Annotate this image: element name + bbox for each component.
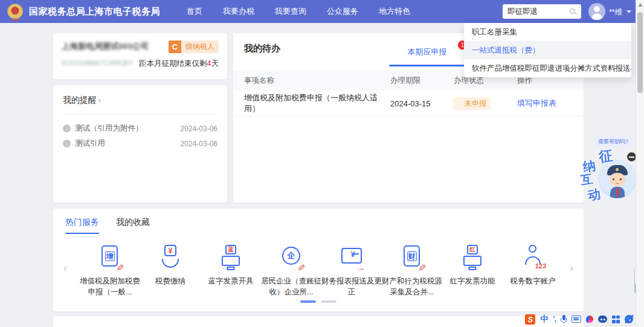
doc-pencil-icon: 财 bbox=[398, 244, 426, 271]
mascot-face bbox=[610, 173, 625, 186]
scrollbar-thumb[interactable] bbox=[637, 12, 643, 93]
service-property-behavior-tax[interactable]: 财 财产和行为税税源采集及合并... bbox=[382, 244, 442, 297]
pager-dot-active[interactable] bbox=[300, 300, 316, 303]
browser-scrollbar[interactable] bbox=[636, 0, 644, 327]
credit-grade-label: 级纳税人 bbox=[181, 42, 219, 52]
service-blue-invoice[interactable]: 蓝 蓝字发票开具 bbox=[201, 244, 261, 297]
carousel-prev-icon[interactable]: ‹ bbox=[63, 261, 68, 275]
next-section-card bbox=[53, 316, 584, 327]
suggestion-item[interactable]: 职工名册采集 bbox=[464, 23, 631, 41]
reminder-text: 测试引用 bbox=[75, 138, 105, 149]
reminder-item[interactable]: i 测试（引用为附件） 2024-03-06 bbox=[63, 121, 217, 136]
tab-my-favorites[interactable]: 我的收藏 bbox=[116, 217, 150, 234]
user-name[interactable]: **维 bbox=[609, 7, 622, 18]
icon-glyph: ¥ bbox=[164, 245, 176, 256]
divider bbox=[62, 114, 219, 115]
reminders-card: 我的提醒› i 测试（引用为附件） 2024-03-06 i 测试引用 2024… bbox=[53, 85, 227, 202]
tab-hot-services[interactable]: 热门服务 bbox=[65, 217, 99, 234]
icon-glyph: 财 bbox=[407, 251, 417, 261]
keyboard-icon[interactable] bbox=[572, 316, 581, 323]
info-icon: i bbox=[63, 140, 71, 147]
scroll-up-icon[interactable] bbox=[638, 3, 643, 7]
help-bubble[interactable]: 需要帮助吗? bbox=[595, 137, 631, 147]
reminder-date: 2024-03-06 bbox=[181, 125, 217, 133]
skin-icon[interactable] bbox=[586, 316, 593, 323]
search-icon[interactable] bbox=[569, 8, 576, 15]
info-icon: i bbox=[63, 125, 71, 132]
tab-current-period-filing[interactable]: 本期应申报 bbox=[389, 47, 465, 57]
toolbox-icon[interactable] bbox=[612, 316, 620, 323]
service-tax-payment[interactable]: ¥ 税费缴纳 bbox=[140, 244, 201, 297]
doc-pencil-icon: 增 bbox=[96, 244, 124, 271]
fill-declaration-link[interactable]: 填写申报表 bbox=[517, 98, 584, 109]
search-suggestions-dropdown: 职工名册采集 一站式退抵税（费） 软件产品增值税即征即退进项分摊方式资料报送与信… bbox=[464, 23, 631, 77]
nav-tax-handling[interactable]: 我要办税 bbox=[223, 6, 254, 17]
punctuation-icon[interactable]: ’, bbox=[553, 315, 556, 323]
deadline-days: 4 bbox=[207, 59, 211, 68]
minimize-button[interactable] bbox=[627, 152, 636, 161]
chinese-mode-icon[interactable]: 中 bbox=[540, 314, 548, 325]
reminder-text: 测试（引用为附件） bbox=[75, 123, 143, 134]
icon-glyph: 增 bbox=[105, 251, 115, 261]
reminder-item[interactable]: i 测试引用 2024-03-06 bbox=[63, 136, 217, 151]
ime-toolbar: S 中 ’, bbox=[525, 314, 633, 325]
icon-glyph: ¥ bbox=[341, 248, 362, 264]
credit-grade-badge: C 级纳税人 bbox=[169, 40, 219, 53]
company-name: 上海新电局测试003公司 bbox=[62, 41, 158, 52]
settings-gear-icon[interactable] bbox=[625, 315, 633, 323]
nav-inquiry[interactable]: 我要查询 bbox=[275, 6, 306, 17]
person-digits-icon: 123 bbox=[519, 244, 547, 271]
services-row: 增 增值税及附加税费申报（一般... ¥ 税费缴纳 蓝 蓝字发票开具 bbox=[80, 244, 557, 297]
service-vat-filing[interactable]: 增 增值税及附加税费申报（一般... bbox=[80, 244, 140, 297]
search-input[interactable] bbox=[507, 7, 565, 16]
suggestion-item-highlighted[interactable]: 一站式退抵税（费） bbox=[464, 41, 631, 59]
deadline-suffix: 天 bbox=[211, 59, 219, 68]
chat-icon[interactable] bbox=[598, 316, 607, 323]
nav-home[interactable]: 首页 bbox=[187, 6, 202, 17]
service-label: 财产和行为税税源采集及合并... bbox=[382, 276, 442, 297]
icon-glyph: 企 bbox=[282, 247, 300, 265]
suggestion-item[interactable]: 软件产品增值税即征即退进项分摊方式资料报送与信息采集 bbox=[464, 59, 631, 77]
pager-dot[interactable] bbox=[321, 300, 336, 303]
printer-icon: 蓝 bbox=[217, 244, 245, 271]
icon-glyph: 123 bbox=[535, 262, 546, 270]
microphone-icon[interactable] bbox=[561, 315, 567, 324]
credit-grade-letter: C bbox=[169, 40, 181, 53]
chevron-right-icon: › bbox=[98, 96, 101, 105]
reminders-title[interactable]: 我的提醒› bbox=[63, 95, 217, 106]
service-red-invoice[interactable]: 红 红字发票功能 bbox=[442, 244, 503, 297]
sogou-logo-icon[interactable]: S bbox=[525, 314, 535, 325]
service-label: 财务报表报送及更正 bbox=[321, 276, 382, 297]
service-label: 增值税及附加税费申报（一般... bbox=[80, 276, 140, 297]
service-label: 红字发票功能 bbox=[442, 276, 503, 287]
service-label: 税费缴纳 bbox=[140, 276, 201, 287]
reminders-title-text: 我的提醒 bbox=[63, 95, 97, 105]
global-search[interactable] bbox=[503, 4, 581, 19]
service-label: 蓝字发票开具 bbox=[201, 276, 261, 287]
col-item-name: 事项名称 bbox=[233, 76, 390, 86]
chevron-down-icon[interactable] bbox=[626, 10, 631, 13]
services-tabs: 热门服务 我的收藏 bbox=[65, 217, 572, 234]
services-card: 热门服务 我的收藏 ‹ › 增 增值税及附加税费申报（一般... ¥ 税费缴纳 bbox=[53, 209, 584, 311]
user-avatar[interactable] bbox=[588, 3, 605, 20]
nav-local-features[interactable]: 地方特色 bbox=[379, 6, 410, 17]
main-nav: 首页 我要办税 我要查询 公众服务 地方特色 bbox=[187, 6, 410, 17]
report-arrow-icon: ¥ bbox=[338, 244, 365, 271]
shanghai-etax-portal: 国家税务总局上海市电子税务局 首页 我要办税 我要查询 公众服务 地方特色 **… bbox=[0, 0, 644, 327]
tax-assistant-widget[interactable]: 需要帮助吗? 征 纳 互 动 bbox=[579, 133, 636, 203]
status-badge: 未申报 bbox=[454, 97, 491, 110]
assistant-char: 征 bbox=[597, 146, 614, 167]
printer-icon: 红 bbox=[459, 244, 486, 271]
col-deadline: 办理期限 bbox=[390, 76, 454, 86]
todo-item-name: 增值税及附加税费申报（一般纳税人适用） bbox=[233, 92, 390, 114]
carousel-pager bbox=[53, 300, 584, 303]
hand-pay-icon: ¥ bbox=[156, 244, 184, 271]
deadline-prefix: 距本月征期结束仅剩 bbox=[139, 59, 207, 68]
carousel-next-icon[interactable]: › bbox=[569, 261, 574, 275]
reminder-date: 2024-03-06 bbox=[181, 140, 217, 148]
service-financial-report[interactable]: ¥ 财务报表报送及更正 bbox=[321, 244, 382, 297]
service-digital-tax-account[interactable]: 123 税务数字账户 bbox=[503, 244, 563, 297]
circle-pencil-icon: 企 bbox=[277, 244, 305, 271]
service-resident-enterprise-tax[interactable]: 企 居民企业（查账征收）企业所... bbox=[261, 244, 321, 297]
nav-public-service[interactable]: 公众服务 bbox=[327, 6, 358, 17]
